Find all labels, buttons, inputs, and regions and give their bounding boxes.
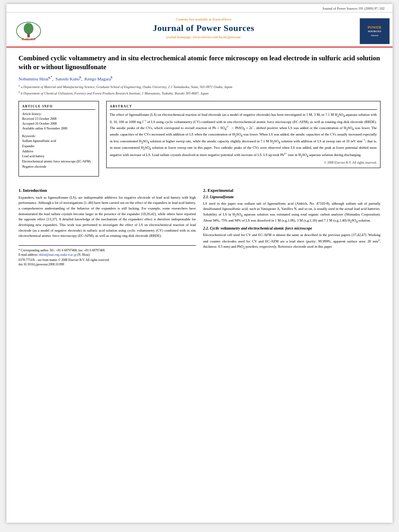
section1-text: Expanders, such as lignosulfonate (LS), … [19, 195, 196, 239]
journal-banner: ELSEVIER Contents lists available at Sci… [6, 12, 393, 47]
abstract-column: ABSTRACT The effect of lignosulfonate (L… [106, 101, 380, 181]
power-sources-logo-container: POWER SOURCES Journal [356, 16, 393, 47]
body-right-col: 2. Experimental 2.1. Lignosulfonate LS u… [203, 186, 380, 266]
keywords-group: Keywords: Sodium lignosulfonic acid Expa… [22, 134, 95, 170]
article-info-column: ARTICLE INFO Article history: Received 1… [19, 101, 99, 181]
elsevier-logo: ELSEVIER [12, 21, 45, 41]
keyword-1: Sodium lignosulfonic acid [22, 139, 95, 144]
authors-line: Nobumitsu Hiraia,*, Satoshi Kubob, Kengo… [19, 76, 380, 81]
doi-line: doi:10.1016/j.jpowsour.2008.10.090 [19, 263, 196, 266]
article-body: Combined cyclic voltammetry and in situ … [6, 47, 393, 274]
email-line: E-mail address: nhirai@mat.eng.osaka-u.a… [19, 253, 196, 257]
sciencedirect-name[interactable]: ScienceDirect [212, 17, 231, 21]
sciencedirect-link: Contents lists available at ScienceDirec… [51, 17, 356, 21]
journal-title: Journal of Power Sources [51, 23, 356, 33]
keyword-3: Additive [22, 149, 95, 154]
abstract-box: ABSTRACT The effect of lignosulfonate (L… [106, 101, 380, 168]
power-sources-logo: POWER SOURCES Journal [360, 18, 390, 44]
svg-text:ELSEVIER: ELSEVIER [22, 38, 36, 41]
affiliation-b: b b Department of Chemical Utilization, … [19, 90, 380, 96]
subsection21-text: LS used in this paper was sodium salt of… [203, 201, 380, 224]
keyword-2: Expander [22, 144, 95, 149]
body-columns: 1. Introduction Expanders, such as ligno… [19, 186, 380, 266]
keyword-4: Lead acid battery [22, 154, 95, 159]
subsection22-heading: 2.2. Cyclic voltammetry and electrochemi… [203, 226, 380, 230]
affiliations: a a Department of Material and Manufactu… [19, 84, 380, 96]
body-left-col: 1. Introduction Expanders, such as ligno… [19, 186, 196, 266]
available-date: Available online 6 November 2008 [22, 126, 95, 131]
abstract-text: The effect of lignosulfonate (LS) on ele… [110, 112, 377, 158]
subsection21-heading: 2.1. Lignosulfonate [203, 195, 380, 199]
svg-point-1 [24, 23, 33, 34]
author-1: Nobumitsu Hirai [19, 76, 48, 81]
affiliation-a: a a Department of Material and Manufactu… [19, 84, 380, 90]
copyright-line: © 2008 Elsevier B.V. All rights reserved… [110, 161, 377, 164]
article-title: Combined cyclic voltammetry and in situ … [19, 54, 380, 72]
subsection22-text: Electrochemical cell used for CV and EC-… [203, 232, 380, 250]
journal-homepage: journal homepage: www.elsevier.com/locat… [51, 35, 356, 39]
issn-line: 0378-7753/$ – see front matter © 2008 El… [19, 258, 196, 262]
keyword-6: Negative electrode [22, 164, 95, 170]
banner-center: Contents lists available at ScienceDirec… [51, 16, 356, 47]
keywords-list: Sodium lignosulfonic acid Expander Addit… [22, 139, 95, 170]
journal-header: Journal of Power Sources 191 (2009) 97–1… [6, 4, 393, 12]
elsevier-logo-container: ELSEVIER [6, 16, 51, 47]
keywords-label: Keywords: [22, 134, 95, 138]
info-abstract-row: ARTICLE INFO Article history: Received 1… [19, 101, 380, 181]
article-info-label: ARTICLE INFO [22, 105, 95, 110]
received-date: Received 15 October 2008 [22, 117, 95, 121]
svg-rect-2 [27, 33, 30, 37]
keyword-5: Electrochemical atomic force microscope … [22, 159, 95, 164]
corresponding-author: * Corresponding author. Tel.: +81 6 6879… [19, 248, 196, 253]
author-email[interactable]: nhirai@mat.eng.osaka-u.ac.jp [39, 253, 76, 257]
footnote-section: * Corresponding author. Tel.: +81 6 6879… [19, 245, 196, 266]
section1-heading: 1. Introduction [19, 188, 196, 193]
section2-heading: 2. Experimental [203, 188, 380, 193]
article-info-box: ARTICLE INFO Article history: Received 1… [19, 101, 99, 177]
abstract-label: ABSTRACT [110, 105, 377, 110]
homepage-url[interactable]: www.elsevier.com/locate/jpowsour [193, 35, 241, 39]
history-label: Article history: [22, 112, 95, 116]
article-history: Article history: Received 15 October 200… [22, 112, 95, 131]
article-page: Journal of Power Sources 191 (2009) 97–1… [6, 4, 393, 523]
journal-reference: Journal of Power Sources 191 (2009) 97–1… [323, 6, 385, 10]
author-2: Satoshi Kubo [56, 76, 80, 81]
author-3: Kengo Magara [84, 76, 111, 81]
accepted-date: Accepted 16 October 2008 [22, 121, 95, 126]
